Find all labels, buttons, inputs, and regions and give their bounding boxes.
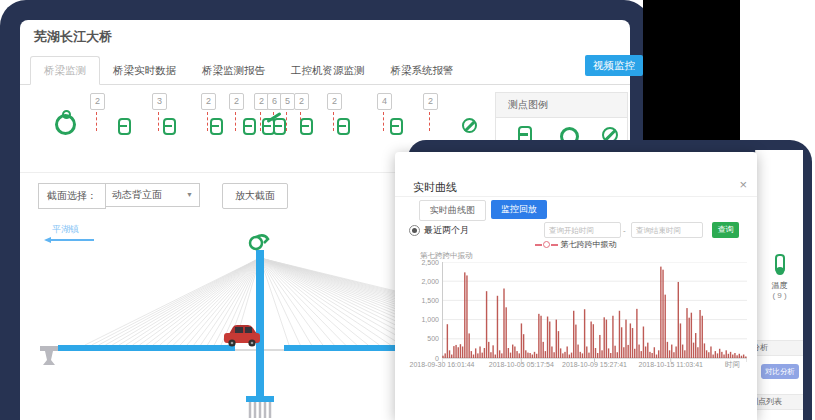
car: [224, 325, 260, 347]
legend-dash-icon: [535, 244, 542, 246]
temperature-count: ( 9 ): [756, 291, 803, 300]
compare-analysis-header: 对比分析: [756, 340, 803, 356]
legend-circle-icon: [543, 241, 550, 248]
sensor-dash-line: [260, 112, 261, 131]
close-icon[interactable]: ×: [739, 178, 747, 191]
ban-icon[interactable]: [462, 118, 477, 133]
sensor-dash-line: [286, 112, 287, 131]
chain-link-icon[interactable]: [273, 118, 286, 135]
x-tick-label: 2018-09-30 16:01:44: [406, 361, 478, 368]
sensor-count-badge[interactable]: 3: [152, 93, 167, 110]
bridge-tower: [256, 250, 264, 400]
tab-桥梁监测[interactable]: 桥梁监测: [30, 56, 100, 85]
last-two-months-radio[interactable]: [409, 225, 420, 236]
sensor-dash-line: [207, 112, 208, 131]
sensor-count-badge[interactable]: 2: [327, 93, 342, 110]
chain-link-icon[interactable]: [243, 118, 256, 135]
vibration-chart[interactable]: [442, 262, 747, 362]
tab-桥梁实时数据[interactable]: 桥梁实时数据: [100, 57, 189, 84]
section-select[interactable]: 动态背立面 ▼: [106, 183, 200, 207]
sensor-dash-line: [158, 112, 159, 131]
sensor-count-badge[interactable]: 2: [229, 93, 244, 110]
sensor-type-panel: 温度 ( 9 ) 对比分析 对比分析 测点列表: [755, 150, 803, 420]
left-pier: [40, 346, 58, 365]
y-tick-label: 500: [403, 335, 439, 342]
point-list-header: 测点列表: [756, 394, 803, 410]
chain-link-icon[interactable]: [300, 118, 313, 135]
legend-label: 第七跨跨中振动: [561, 240, 617, 249]
legend-dash-icon: [551, 244, 558, 246]
modal-tabs: 实时曲线图监控回放: [419, 200, 552, 221]
sensor-count-badge[interactable]: 2: [90, 93, 105, 110]
chain-link-icon[interactable]: [390, 118, 403, 135]
modal-tab-实时曲线图[interactable]: 实时曲线图: [419, 200, 486, 221]
section-select-label: 截面选择：: [38, 183, 106, 209]
sensor-count-badge[interactable]: 2: [201, 93, 216, 110]
modal-header-divider: [395, 196, 757, 197]
sensor-dash-line: [333, 112, 334, 131]
y-tick-label: 2,500: [403, 259, 439, 266]
black-background-area: [643, 0, 740, 148]
wind-sensor-icon[interactable]: [250, 235, 268, 249]
realtime-curve-modal: 实时曲线 × 实时曲线图监控回放 最近两个月 - 查询 第七跨跨中振动 第七跨跨…: [395, 152, 757, 420]
section-controls: 截面选择： 动态背立面 ▼ 放大截面: [38, 183, 288, 207]
sensor-count-badge[interactable]: 2: [294, 93, 309, 110]
sensor-dash-line: [383, 112, 384, 131]
temperature-label: 温度: [756, 280, 803, 291]
chain-link-icon[interactable]: [118, 118, 131, 135]
sensor-dash-line: [235, 112, 236, 131]
screen: 芜湖长江大桥 桥梁监测桥梁实时数据桥梁监测报告工控机资源监测桥梁系统报警 视频监…: [0, 0, 815, 420]
modal-tab-监控回放[interactable]: 监控回放: [491, 200, 547, 219]
query-end-time-input[interactable]: [631, 222, 703, 238]
sensor-count-badge[interactable]: 5: [280, 93, 295, 110]
dynamometer-icon[interactable]: [55, 114, 76, 135]
x-axis-label: 时间: [725, 360, 740, 370]
x-tick-label: 2018-10-09 15:27:41: [559, 361, 631, 368]
compare-analysis-button[interactable]: 对比分析: [761, 364, 799, 379]
radio-label: 最近两个月: [424, 224, 469, 237]
modal-title: 实时曲线: [413, 180, 457, 195]
main-tabs: 桥梁监测桥梁实时数据桥梁监测报告工控机资源监测桥梁系统报警: [20, 57, 630, 85]
tab-桥梁系统报警[interactable]: 桥梁系统报警: [378, 57, 467, 84]
chart-legend[interactable]: 第七跨跨中振动: [395, 239, 757, 250]
chain-link-icon[interactable]: [210, 118, 223, 135]
pile-group: [250, 402, 270, 418]
chevron-down-icon: ▼: [186, 183, 193, 207]
chain-link-icon[interactable]: [163, 118, 176, 135]
zoom-section-button[interactable]: 放大截面: [222, 183, 288, 209]
tab-工控机资源监测[interactable]: 工控机资源监测: [278, 57, 378, 84]
y-tick-label: 1,000: [403, 316, 439, 323]
video-monitor-button[interactable]: 视频监控: [585, 55, 643, 76]
date-range-separator: -: [623, 226, 626, 235]
sensor-dash-line: [96, 112, 97, 131]
thermometer-icon[interactable]: [775, 254, 785, 273]
point-legend-title: 测点图例: [495, 92, 628, 118]
y-tick-label: 1,500: [403, 297, 439, 304]
sensor-dash-line: [429, 112, 430, 131]
sensor-count-badge[interactable]: 2: [423, 93, 438, 110]
page-title: 芜湖长江大桥: [34, 28, 112, 46]
section-select-value: 动态背立面: [112, 183, 162, 207]
x-tick-label: 2018-10-15 11:03:41: [635, 361, 707, 368]
x-tick-label: 2018-10-05 05:17:54: [485, 361, 557, 368]
y-tick-label: 2,000: [403, 278, 439, 285]
sensor-count-badge[interactable]: 4: [377, 93, 392, 110]
chain-link-icon[interactable]: [337, 118, 350, 135]
tab-桥梁监测报告[interactable]: 桥梁监测报告: [189, 57, 278, 84]
query-button[interactable]: 查询: [712, 222, 739, 238]
query-start-time-input[interactable]: [544, 222, 621, 238]
pier-cap: [246, 396, 274, 402]
bridge-deck-left: [58, 345, 235, 351]
